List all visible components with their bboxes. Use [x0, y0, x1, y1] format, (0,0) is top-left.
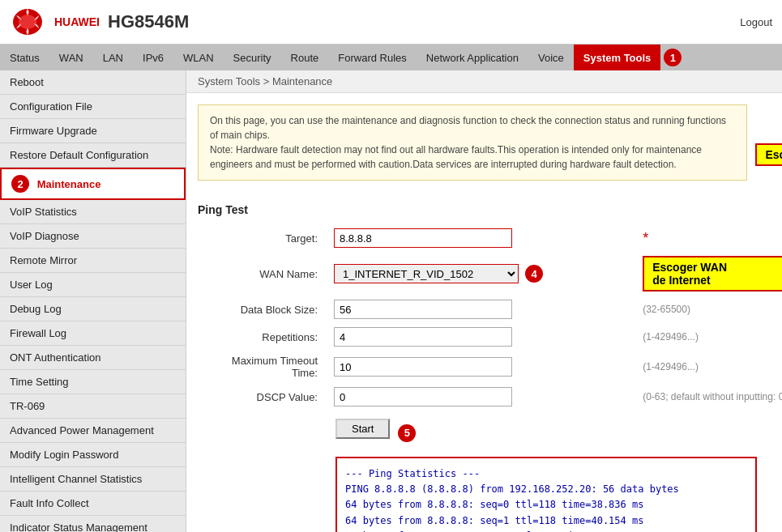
block-size-hint: (32-65500)	[636, 296, 782, 323]
sidebar-time-setting[interactable]: Time Setting	[0, 370, 186, 394]
sidebar-fault-info[interactable]: Fault Info Collect	[0, 492, 186, 516]
ping-section: --- Ping Statistics --- PING 8.8.8.8 (8.…	[198, 457, 782, 532]
sidebar-reboot[interactable]: Reboot	[0, 70, 186, 95]
svg-point-1	[19, 15, 36, 29]
sidebar-user-log[interactable]: User Log	[0, 273, 186, 297]
repetitions-input[interactable]	[334, 327, 512, 347]
sidebar-tr069[interactable]: TR-069	[0, 394, 186, 419]
wan-name-label: WAN Name:	[198, 252, 327, 296]
nav-security[interactable]: Security	[224, 45, 281, 70]
nav-network-app[interactable]: Network Application	[417, 45, 528, 70]
sidebar-debug-log[interactable]: Debug Log	[0, 297, 186, 321]
nav-ipv6[interactable]: IPv6	[133, 45, 173, 70]
annotation-4: 4	[525, 265, 543, 283]
content-area: On this page, you can use the maintenanc…	[186, 93, 782, 532]
logout-button[interactable]: Logout	[740, 16, 772, 28]
header: HUAWEI HG8546M Logout	[0, 0, 782, 45]
info-box: On this page, you can use the maintenanc…	[198, 104, 747, 181]
dscp-row: DSCP Value: (0-63; default without input…	[198, 383, 782, 411]
ping-test-title: Ping Test	[198, 203, 782, 216]
huawei-logo	[10, 6, 46, 38]
nav-system-tools[interactable]: System Tools	[574, 45, 661, 70]
sidebar-voip-diagnose[interactable]: VoIP Diagnose	[0, 224, 186, 249]
device-name: HG8546M	[108, 11, 189, 32]
wan-name-select[interactable]: 1_INTERNET_R_VID_1502 2_TR069_R_VID_1503	[334, 264, 519, 283]
repetitions-hint: (1-429496...)	[636, 323, 782, 351]
sidebar-indicator-status[interactable]: Indicator Status Management	[0, 516, 186, 532]
block-size-label: Data Block Size:	[198, 296, 327, 323]
escoger-callout: Escoger WAN de Internet	[643, 256, 782, 292]
brand-label: HUAWEI	[54, 15, 100, 28]
start-button[interactable]: Start	[335, 419, 390, 439]
target-input[interactable]	[334, 228, 512, 248]
ping-form: Target: * WAN Name: 1_INTERNET_R_VID_150…	[198, 224, 782, 411]
ping-output[interactable]: --- Ping Statistics --- PING 8.8.8.8 (8.…	[335, 457, 757, 532]
escribir-callout: Escribir 8.8.8.8	[755, 143, 782, 166]
nav-forward-rules[interactable]: Forward Rules	[328, 45, 417, 70]
nav-wlan[interactable]: WLAN	[173, 45, 224, 70]
sidebar-config-file[interactable]: Configuration File	[0, 95, 186, 119]
annotation-2: 2	[11, 178, 29, 190]
target-label: Target:	[198, 224, 327, 252]
sidebar-maintenance[interactable]: 2 Maintenance	[0, 168, 186, 200]
info-text: On this page, you can use the maintenanc…	[210, 113, 735, 172]
timeout-hint: (1-429496...)	[636, 351, 782, 383]
dscp-hint: (0-63; default without inputting: 0)	[636, 383, 782, 411]
main-layout: Reboot Configuration File Firmware Upgra…	[0, 70, 782, 532]
sidebar-voip-stats[interactable]: VoIP Statistics	[0, 200, 186, 224]
sidebar-firmware[interactable]: Firmware Upgrade	[0, 119, 186, 143]
sidebar-intelligent-channel[interactable]: Intelligent Channel Statistics	[0, 467, 186, 492]
sidebar-restore-default[interactable]: Restore Default Configuration	[0, 143, 186, 168]
dscp-input[interactable]	[334, 387, 512, 406]
annotation-1: 1	[664, 49, 682, 66]
dscp-label: DSCP Value:	[198, 383, 327, 411]
nav-voice[interactable]: Voice	[528, 45, 574, 70]
repetitions-label: Repetitions:	[198, 323, 327, 351]
timeout-input[interactable]	[334, 357, 512, 377]
repetitions-row: Repetitions: (1-429496...)	[198, 323, 782, 351]
timeout-row: Maximum Timeout Time: (1-429496...)	[198, 351, 782, 383]
block-size-input[interactable]	[334, 300, 512, 319]
nav-route[interactable]: Route	[281, 45, 329, 70]
block-size-row: Data Block Size: (32-65500)	[198, 296, 782, 323]
annotation-5: 5	[398, 424, 416, 442]
sidebar-ont-auth[interactable]: ONT Authentication	[0, 346, 186, 370]
logo-area: HUAWEI HG8546M	[10, 6, 189, 38]
target-row: Target: *	[198, 224, 782, 252]
main-content: System Tools > Maintenance On this page,…	[186, 70, 782, 532]
sidebar-firewall-log[interactable]: Firewall Log	[0, 321, 186, 346]
breadcrumb: System Tools > Maintenance	[186, 70, 782, 93]
wan-name-row: WAN Name: 1_INTERNET_R_VID_1502 2_TR069_…	[198, 252, 782, 296]
nav-lan[interactable]: LAN	[93, 45, 133, 70]
nav-bar: Status WAN LAN IPv6 WLAN Security Route …	[0, 45, 782, 70]
sidebar-advanced-power[interactable]: Advanced Power Management	[0, 419, 186, 443]
nav-wan[interactable]: WAN	[49, 45, 93, 70]
nav-status[interactable]: Status	[0, 45, 49, 70]
sidebar-modify-login[interactable]: Modify Login Password	[0, 443, 186, 467]
sidebar-remote-mirror[interactable]: Remote Mirror	[0, 249, 186, 273]
timeout-label: Maximum Timeout Time:	[198, 351, 327, 383]
sidebar: Reboot Configuration File Firmware Upgra…	[0, 70, 186, 532]
